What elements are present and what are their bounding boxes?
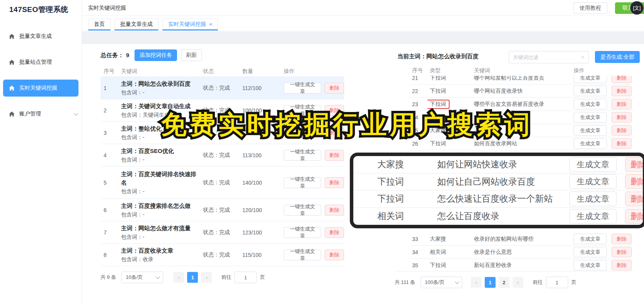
delete-button[interactable]: 删除 <box>625 157 644 172</box>
page-number-button[interactable]: 2 <box>499 277 509 288</box>
generate-article-button[interactable]: 生成文章 <box>574 260 607 270</box>
keyword-filter-input[interactable] <box>513 54 581 60</box>
delete-button[interactable]: 删除 <box>325 250 344 260</box>
generate-article-button[interactable]: 生成文章 <box>574 112 607 122</box>
sidebar-item-realtime-keyword[interactable]: 实时关键词挖掘 <box>3 80 78 97</box>
prev-page-button[interactable]: ‹ <box>173 272 184 283</box>
sidebar-item-batch-article[interactable]: 批量文章生成 <box>0 28 82 45</box>
tab-label: 批量文章生成 <box>120 21 153 28</box>
generate-article-button[interactable]: 生成文章 <box>574 138 607 149</box>
col-type: 类型 <box>428 67 472 74</box>
generate-article-button[interactable]: 生成文章 <box>569 157 617 172</box>
next-page-button[interactable]: › <box>513 277 523 288</box>
sidebar-item-account[interactable]: 账户管理 <box>0 105 82 122</box>
delete-button[interactable]: 删除 <box>325 205 344 216</box>
delete-button[interactable]: 删除 <box>612 86 632 96</box>
current-main-word-label: 当前主词：网站怎么收录到百度 <box>397 53 479 60</box>
goto-suffix: 页 <box>260 274 265 281</box>
generate-article-button[interactable]: 一键生成文章 <box>284 105 321 116</box>
delete-button[interactable]: 删除 <box>612 247 632 257</box>
table-row: 下拉词 怎么快速让百度收录一个新站 生成文章 删除 <box>353 190 643 208</box>
delete-button[interactable]: 删除 <box>612 76 632 83</box>
tab-batch-article[interactable]: 批量文章生成 <box>114 19 158 31</box>
table-row[interactable]: 21 下拉词 哪个网站发帖可以上百度首页 生成文章 删除 <box>410 76 634 85</box>
table-row[interactable]: 4 主词：百度SEO优化包含词：- 状态：完成 113/100 一键生成文章删除 <box>101 144 344 166</box>
table-row[interactable]: 1 主词：网站怎么收录到百度包含词：- 状态：完成 112/100 一键生成文章… <box>101 77 344 99</box>
prev-page-button[interactable]: ‹ <box>471 277 482 288</box>
delete-button[interactable]: 删除 <box>625 192 644 206</box>
keywords-pagination-wrap: 共 111 条 100条/页 ‹ 1 2 › 前往 页 <box>395 271 634 288</box>
generate-all-button[interactable]: 是否生成:全部 <box>595 51 640 63</box>
sidebar-item-label: 账户管理 <box>19 110 41 117</box>
table-row[interactable]: 7 主词：网站怎么做才有流量包含词：- 状态：完成 123/100 一键生成文章… <box>101 221 344 244</box>
generate-article-button[interactable]: 一键生成文章 <box>284 177 321 188</box>
table-row[interactable]: 35 下拉词 新站百度秒收录 生成文章 删除 <box>410 259 634 271</box>
generate-article-button[interactable]: 生成文章 <box>569 209 617 224</box>
delete-button[interactable]: 删除 <box>612 234 632 244</box>
sidebar-item-batch-site[interactable]: 批量站点管理 <box>0 54 82 71</box>
delete-button[interactable]: 删除 <box>325 127 344 138</box>
generate-article-button[interactable]: 生成文章 <box>574 99 607 109</box>
table-row[interactable]: 2 主词：关键词文章自动生成包含词：关键词生成 状态：完成 100/100 一键… <box>101 99 344 122</box>
keywords-pagination: 共 111 条 100条/页 ‹ 1 2 › 前往 页 <box>395 277 634 288</box>
generate-article-button[interactable]: 一键生成文章 <box>284 227 321 238</box>
generate-article-button[interactable]: 生成文章 <box>574 234 607 244</box>
generate-article-button[interactable]: 生成文章 <box>574 86 607 96</box>
table-row[interactable]: 23 下拉词 哪些平台发文容易被百度收录 生成文章 删除 <box>410 98 634 111</box>
add-task-button[interactable]: 添加挖词任务 <box>135 49 177 61</box>
table-row[interactable]: 34 相关词 收录是什么意思 生成文章 删除 <box>410 246 634 259</box>
tabbar: 首页 批量文章生成 实时关键词挖掘 × <box>82 16 644 31</box>
delete-button[interactable]: 删除 <box>612 260 632 270</box>
goto-page-input[interactable] <box>234 272 257 283</box>
table-row[interactable]: 8 主词：百度收录文章包含词：收录 状态：完成 115/100 一键生成文章删除 <box>101 244 344 266</box>
delete-button[interactable]: 删除 <box>625 209 644 224</box>
generate-article-button[interactable]: 生成文章 <box>569 192 617 206</box>
generate-article-button[interactable]: 一键生成文章 <box>284 250 321 260</box>
delete-button[interactable]: 删除 <box>612 125 632 136</box>
generate-article-button[interactable]: 生成文章 <box>569 174 617 189</box>
page-number-button[interactable]: 1 <box>485 277 496 288</box>
generate-article-button[interactable]: 一键生成文章 <box>284 150 321 161</box>
delete-button[interactable]: 删除 <box>325 150 344 161</box>
translate-icon[interactable]: [文] <box>630 1 644 15</box>
goto-page-input[interactable] <box>546 277 568 288</box>
close-icon[interactable]: × <box>209 22 212 27</box>
table-row[interactable]: 25 大家搜 生成文章 删除 <box>410 124 634 137</box>
delete-button[interactable]: 删除 <box>325 105 344 116</box>
table-row[interactable]: 5 主词：百度关键词排名快速排名包含词：- 状态：完成 140/100 一键生成… <box>101 166 344 199</box>
page-size-select[interactable]: 100条/页 <box>421 277 462 288</box>
generate-article-button[interactable]: 一键生成文章 <box>284 127 321 138</box>
delete-button[interactable]: 删除 <box>625 174 644 189</box>
content-background-strip <box>82 32 644 44</box>
next-page-button[interactable]: › <box>201 272 212 283</box>
table-row[interactable]: 3 主词：整站优化包含词：- 状态：完成 一键生成文章删除 <box>101 122 344 144</box>
tab-realtime-keyword[interactable]: 实时关键词挖掘 × <box>162 19 218 31</box>
col-ops: 操作 <box>281 68 344 75</box>
table-row[interactable]: 33 大家搜 收录好的发帖网站有哪些 生成文章 删除 <box>410 233 634 246</box>
table-row[interactable]: 6 主词：百度搜索排名怎么做包含词：- 状态：完成 120/100 一键生成文章… <box>101 199 344 221</box>
delete-button[interactable]: 删除 <box>612 112 632 122</box>
table-row[interactable]: 26 下拉词 如何百度收录网站 生成文章 删除 <box>410 137 634 150</box>
table-row[interactable]: 24 下拉词 生成文章 删除 <box>410 111 634 124</box>
tutorial-button[interactable]: 使用教程 <box>573 2 607 14</box>
sidebar-menu: 批量文章生成 批量站点管理 实时关键词挖掘 账户管理 <box>0 28 82 122</box>
delete-button[interactable]: 删除 <box>325 83 344 93</box>
delete-button[interactable]: 删除 <box>325 177 344 188</box>
page-size-select[interactable]: 10条/页 <box>121 272 163 283</box>
delete-button[interactable]: 删除 <box>612 99 632 109</box>
refresh-button[interactable]: 刷新 <box>181 49 202 61</box>
table-row[interactable]: 22 下拉词 哪个网站百度收录快 生成文章 删除 <box>410 85 634 98</box>
generate-article-button[interactable]: 生成文章 <box>574 247 607 257</box>
keyword-filter-field[interactable] <box>509 51 589 63</box>
generate-article-button[interactable]: 一键生成文章 <box>284 83 321 93</box>
tab-label: 首页 <box>94 21 105 28</box>
delete-button[interactable]: 删除 <box>325 227 344 238</box>
delete-button[interactable]: 删除 <box>612 138 632 149</box>
tasks-panel: 总任务：9 添加挖词任务 刷新 序号 关键词 状态 数量 操作 1 主词：网站怎… <box>101 49 344 283</box>
generate-article-button[interactable]: 生成文章 <box>574 76 607 83</box>
generate-article-button[interactable]: 生成文章 <box>574 125 607 136</box>
keywords-table-body: 21 下拉词 哪个网站发帖可以上百度首页 生成文章 删除 22 下拉词 哪个网站… <box>410 76 634 153</box>
tab-home[interactable]: 首页 <box>88 19 111 31</box>
generate-article-button[interactable]: 一键生成文章 <box>284 205 321 216</box>
page-number-button[interactable]: 1 <box>187 272 198 283</box>
